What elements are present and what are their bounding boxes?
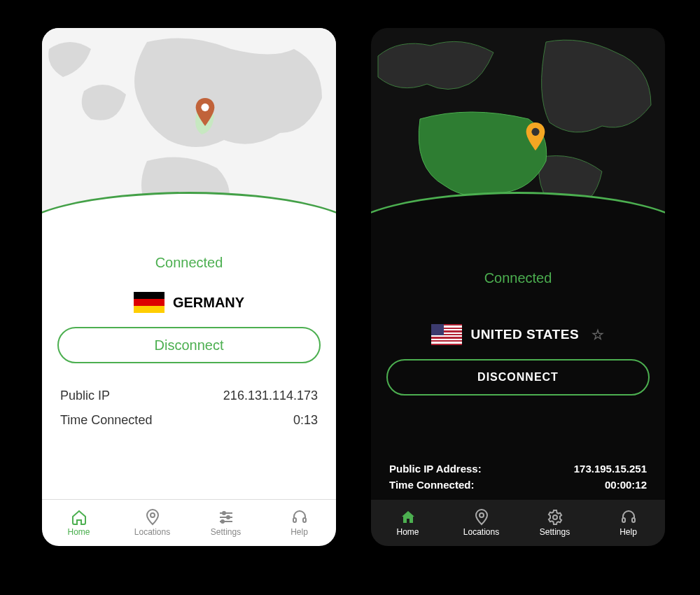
flag-icon (431, 324, 462, 345)
map-pin-icon (195, 98, 215, 126)
bottom-nav: Home Locations Settings Help (42, 499, 336, 546)
svg-rect-9 (303, 518, 306, 522)
country-name: GERMANY (173, 295, 244, 311)
svg-point-1 (150, 513, 155, 517)
public-ip-row: Public IP Address: 173.195.15.251 (389, 463, 647, 475)
public-ip-value: 173.195.15.251 (574, 463, 647, 475)
gear-icon (547, 509, 564, 526)
time-connected-value: 00:00:12 (605, 479, 647, 491)
map-area (42, 28, 336, 238)
disconnect-button[interactable]: Disconnect (57, 327, 321, 363)
country-name: UNITED STATES (470, 327, 579, 342)
time-connected-label: Time Connected: (389, 479, 474, 491)
svg-rect-13 (622, 518, 625, 522)
location-pin-icon (473, 509, 490, 526)
nav-label: Settings (540, 527, 570, 537)
headset-icon (620, 509, 637, 526)
sliders-icon (218, 509, 234, 526)
time-connected-value: 0:13 (293, 413, 318, 428)
nav-home[interactable]: Home (42, 500, 115, 546)
flag-icon (134, 292, 164, 313)
nav-label: Locations (134, 527, 170, 537)
svg-point-12 (553, 515, 557, 519)
country-row[interactable]: GERMANY (42, 292, 336, 313)
svg-point-5 (227, 516, 230, 519)
location-pin-icon (144, 509, 161, 526)
svg-rect-8 (293, 518, 296, 522)
nav-locations[interactable]: Locations (115, 500, 189, 546)
map-area (371, 28, 665, 238)
nav-settings[interactable]: Settings (189, 500, 262, 546)
nav-label: Home (396, 527, 419, 537)
nav-settings[interactable]: Settings (518, 500, 592, 546)
public-ip-row: Public IP 216.131.114.173 (60, 388, 318, 403)
home-icon (71, 509, 88, 526)
svg-point-11 (479, 513, 484, 517)
vpn-app-dark: Connected UNITED STATES ☆ DISCONNECT Pub… (371, 28, 665, 546)
svg-point-3 (223, 512, 225, 514)
nav-label: Home (67, 527, 90, 537)
vpn-app-light: Connected GERMANY Disconnect Public IP 2… (42, 28, 336, 546)
time-connected-row: Time Connected: 00:00:12 (389, 479, 647, 491)
nav-help[interactable]: Help (592, 500, 665, 546)
time-connected-label: Time Connected (60, 413, 152, 428)
svg-point-0 (201, 104, 209, 111)
nav-home[interactable]: Home (371, 500, 444, 546)
bottom-nav: Home Locations Settings Help (371, 500, 665, 546)
stats-block: Public IP 216.131.114.173 Time Connected… (60, 379, 318, 438)
public-ip-value: 216.131.114.173 (223, 388, 318, 403)
nav-label: Locations (463, 527, 499, 537)
stats-block: Public IP Address: 173.195.15.251 Time C… (389, 458, 647, 495)
nav-label: Help (290, 527, 308, 537)
public-ip-label: Public IP (60, 388, 110, 403)
svg-point-10 (531, 128, 539, 136)
svg-rect-14 (632, 518, 635, 522)
disconnect-button[interactable]: DISCONNECT (386, 359, 650, 396)
home-icon (400, 509, 416, 526)
favorite-star-icon[interactable]: ☆ (592, 326, 605, 343)
nav-help[interactable]: Help (262, 500, 336, 546)
country-row[interactable]: UNITED STATES ☆ (371, 324, 665, 345)
connection-status: Connected (371, 270, 665, 286)
nav-label: Help (620, 527, 637, 537)
svg-point-7 (221, 520, 224, 523)
map-pin-icon (526, 122, 545, 150)
public-ip-label: Public IP Address: (389, 463, 482, 475)
headset-icon (291, 509, 308, 526)
time-connected-row: Time Connected 0:13 (60, 413, 318, 428)
nav-locations[interactable]: Locations (444, 500, 518, 546)
nav-label: Settings (211, 527, 241, 537)
connection-status: Connected (42, 255, 336, 271)
